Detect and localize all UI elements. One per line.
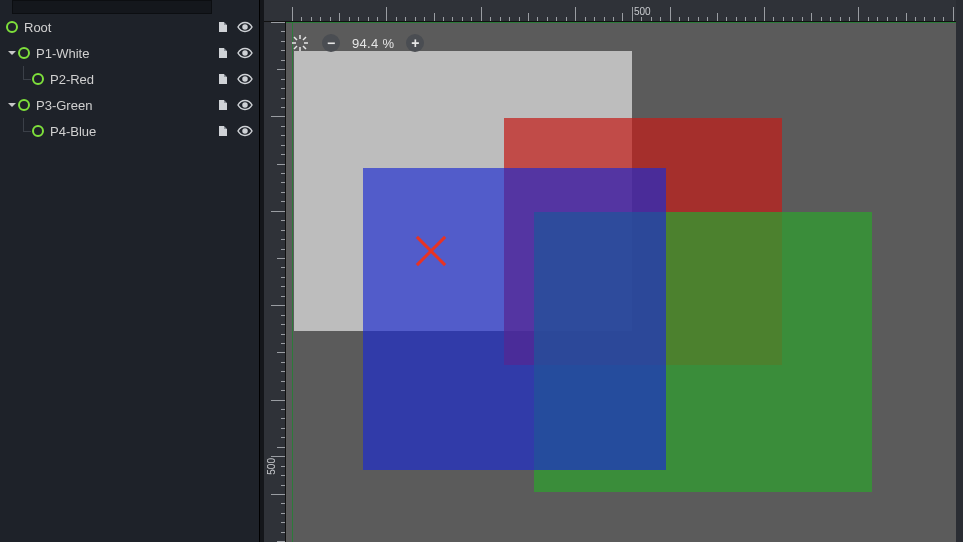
origin-guide-vertical bbox=[292, 22, 293, 542]
visibility-icon[interactable] bbox=[237, 45, 253, 61]
visibility-icon[interactable] bbox=[237, 97, 253, 113]
script-icon[interactable] bbox=[215, 123, 231, 139]
visibility-icon[interactable] bbox=[237, 71, 253, 87]
node-label: P2-Red bbox=[50, 72, 94, 87]
chevron-down-icon[interactable] bbox=[6, 99, 18, 111]
svg-point-2 bbox=[243, 77, 247, 81]
svg-line-9 bbox=[294, 37, 297, 40]
node-icon bbox=[6, 21, 18, 33]
tree-row-p3[interactable]: P3-Green bbox=[0, 92, 259, 118]
zoom-out-button[interactable]: − bbox=[322, 34, 340, 52]
svg-line-12 bbox=[303, 46, 306, 49]
viewport-toolbar: − 94.4 % + bbox=[290, 30, 424, 56]
node-icon bbox=[32, 125, 44, 137]
canvas-shapes bbox=[264, 0, 963, 542]
tree-row-p2[interactable]: P2-Red bbox=[0, 66, 259, 92]
node-label: Root bbox=[24, 20, 51, 35]
svg-point-3 bbox=[243, 103, 247, 107]
ruler-vertical: 500 bbox=[264, 22, 286, 542]
svg-point-0 bbox=[243, 25, 247, 29]
scene-tree: Root bbox=[0, 14, 259, 144]
pivot-cross-icon bbox=[411, 231, 451, 271]
svg-point-4 bbox=[243, 129, 247, 133]
script-icon[interactable] bbox=[215, 45, 231, 61]
zoom-in-button[interactable]: + bbox=[406, 34, 424, 52]
tree-guide bbox=[18, 66, 32, 92]
node-label: P1-White bbox=[36, 46, 89, 61]
shape-blue[interactable] bbox=[363, 168, 666, 470]
scene-tree-panel: Root bbox=[0, 0, 260, 542]
visibility-icon[interactable] bbox=[237, 19, 253, 35]
zoom-level: 94.4 % bbox=[352, 36, 394, 51]
center-view-icon[interactable] bbox=[290, 33, 310, 53]
tree-guide bbox=[18, 118, 32, 144]
chevron-down-icon[interactable] bbox=[6, 47, 18, 59]
origin-guide-horizontal bbox=[286, 22, 963, 23]
ruler-horizontal: 500 bbox=[264, 0, 963, 22]
script-icon[interactable] bbox=[215, 71, 231, 87]
scrollbar[interactable] bbox=[956, 0, 963, 542]
viewport[interactable]: 500 500 − 94.4 % + bbox=[264, 0, 963, 542]
visibility-icon[interactable] bbox=[237, 123, 253, 139]
node-icon bbox=[18, 99, 30, 111]
svg-line-11 bbox=[294, 46, 297, 49]
tree-row-p4[interactable]: P4-Blue bbox=[0, 118, 259, 144]
tree-row-p1[interactable]: P1-White bbox=[0, 40, 259, 66]
script-icon[interactable] bbox=[215, 19, 231, 35]
svg-point-1 bbox=[243, 51, 247, 55]
script-icon[interactable] bbox=[215, 97, 231, 113]
filter-input[interactable] bbox=[12, 0, 212, 14]
tree-row-root[interactable]: Root bbox=[0, 14, 259, 40]
node-icon bbox=[32, 73, 44, 85]
svg-line-10 bbox=[303, 37, 306, 40]
node-label: P4-Blue bbox=[50, 124, 96, 139]
node-label: P3-Green bbox=[36, 98, 92, 113]
node-icon bbox=[18, 47, 30, 59]
